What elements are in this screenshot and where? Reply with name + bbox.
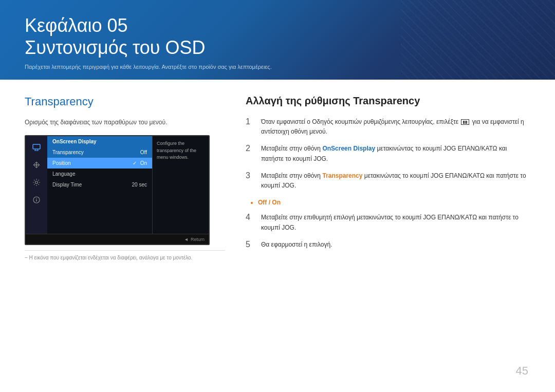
left-column: Transparency Ορισμός της διαφάνειας των … <box>25 95 225 260</box>
step-text-4: Μεταβείτε στην επιθυμητή επιλογή μετακιν… <box>261 213 530 232</box>
svg-point-4 <box>35 181 38 184</box>
section-title: Transparency <box>25 95 225 108</box>
osd-menu-item-position[interactable]: Position ✓ On <box>47 158 152 169</box>
svg-point-7 <box>36 198 37 199</box>
step-number-4: 4 <box>246 213 255 222</box>
osd-menu-item-transparency[interactable]: Transparency Off <box>47 147 152 158</box>
step-text-1: Όταν εμφανιστεί ο Οδηγός κουμπιών ρυθμιζ… <box>261 117 530 137</box>
step-2: 2 Μεταβείτε στην οθόνη OnScreen Display … <box>246 144 530 163</box>
osd-menu-panel: OnScreen Display Transparency Off Positi… <box>47 136 152 234</box>
step-bullet: Off / On <box>258 198 530 208</box>
osd-return: ◄ Return <box>184 237 205 242</box>
osd-menu-item-language[interactable]: Language <box>47 169 152 179</box>
osd-info-text: Configure the transparency of the menu w… <box>157 140 205 161</box>
step-4: 4 Μεταβείτε στην επιθυμητή επιλογή μετακ… <box>246 213 530 232</box>
step-text-3: Μεταβείτε στην οθόνη Transparency μετακι… <box>261 171 530 191</box>
onscreen-display-highlight: OnScreen Display <box>322 145 375 152</box>
osd-inner: OnScreen Display Transparency Off Positi… <box>26 136 209 234</box>
page-number: 45 <box>516 364 528 378</box>
header-content: Κεφάλαιο 05 Συντονισμός του OSD Παρέχετα… <box>25 14 272 70</box>
header-subtitle: Παρέχεται λεπτομερής περιγραφή για κάθε … <box>25 64 272 70</box>
header-title-line2: Συντονισμός του OSD <box>25 37 205 58</box>
step-number-2: 2 <box>246 144 255 153</box>
main-content: Transparency Ορισμός της διαφάνειας των … <box>0 80 555 276</box>
bullet-text: Off / On <box>258 198 281 208</box>
header-banner: Κεφάλαιο 05 Συντονισμός του OSD Παρέχετα… <box>0 0 555 80</box>
osd-icon-info <box>29 193 44 207</box>
right-column: Αλλαγή της ρύθμισης Transparency 1 Όταν … <box>246 95 530 260</box>
osd-info-panel: Configure the transparency of the menu w… <box>152 136 209 234</box>
osd-menu-header: OnScreen Display <box>47 136 152 147</box>
jog-icon <box>461 119 469 125</box>
transparency-highlight: Transparency <box>322 172 362 179</box>
step-5: 5 Θα εφαρμοστεί η επιλογή. <box>246 240 530 250</box>
step-3: 3 Μεταβείτε στην οθόνη Transparency μετα… <box>246 171 530 191</box>
osd-icons-sidebar <box>26 136 47 234</box>
osd-bottom-bar: ◄ Return <box>26 234 209 244</box>
right-section-title: Αλλαγή της ρύθμισης Transparency <box>246 95 530 107</box>
step-text-5: Θα εφαρμοστεί η επιλογή. <box>261 240 332 250</box>
footnote: − Η εικόνα που εμφανίζεται ενδέχεται να … <box>25 250 225 260</box>
header-title: Κεφάλαιο 05 Συντονισμός του OSD <box>25 14 272 59</box>
osd-icon-gear <box>29 175 44 190</box>
off-on-bullet: Off / On <box>258 199 281 206</box>
osd-screenshot: OnScreen Display Transparency Off Positi… <box>25 135 210 245</box>
step-number-1: 1 <box>246 117 255 126</box>
step-1: 1 Όταν εμφανιστεί ο Οδηγός κουμπιών ρυθμ… <box>246 117 530 137</box>
section-description: Ορισμός της διαφάνειας των παραθύρων του… <box>25 118 225 127</box>
step-number-3: 3 <box>246 171 255 180</box>
step-text-2: Μεταβείτε στην οθόνη OnScreen Display με… <box>261 144 530 163</box>
osd-menu-item-display-time[interactable]: Display Time 20 sec <box>47 179 152 190</box>
osd-icon-monitor <box>29 140 44 155</box>
svg-rect-0 <box>33 144 40 149</box>
step-number-5: 5 <box>246 240 255 249</box>
header-title-line1: Κεφάλαιο 05 <box>25 15 128 36</box>
steps-list: 1 Όταν εμφανιστεί ο Οδηγός κουμπιών ρυθμ… <box>246 117 530 250</box>
osd-icon-arrows <box>29 158 44 172</box>
